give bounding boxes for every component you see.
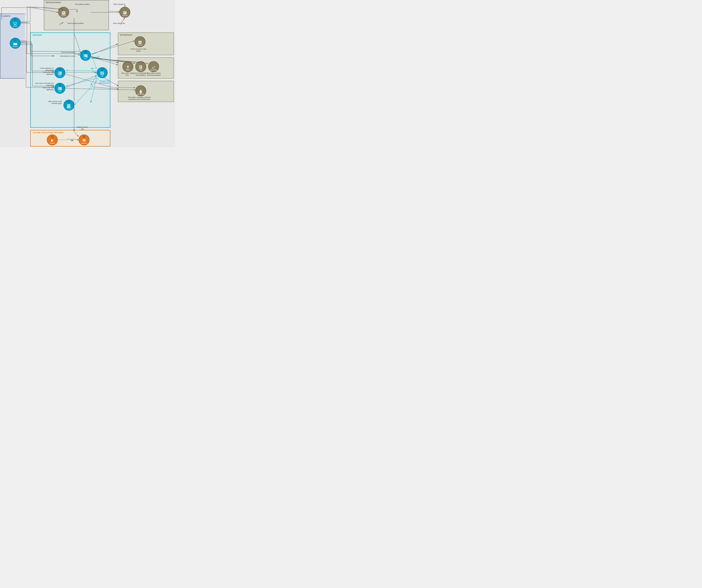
annotation-access-web-tdp: Access the Web application — [37, 71, 54, 75]
audit-node[interactable]: Audit — [135, 61, 146, 72]
svg-rect-34 — [58, 89, 61, 90]
svg-rect-43 — [68, 106, 69, 106]
runtime-t-icon: t — [51, 136, 53, 138]
annotation-manages-sso: Manages SSO authentication — [96, 80, 113, 84]
svg-rect-61 — [83, 141, 85, 141]
svg-rect-52 — [139, 66, 141, 67]
browser-icon: www. — [13, 41, 18, 46]
artifact-repo-label: ArtifactRepository — [58, 14, 69, 16]
svg-rect-26 — [87, 57, 88, 58]
diagram-container: CLIENTS REPOSITORIES SERVERS DATABASES T… — [0, 0, 176, 147]
annotation-store-metadata: Store metadata — [113, 3, 125, 5]
annotation-or-label: OR — [70, 140, 74, 142]
svg-rect-9 — [14, 25, 16, 25]
svg-rect-25 — [84, 56, 86, 57]
dict-service-label: DictionaryService — [64, 107, 74, 109]
repositories-label: REPOSITORIES — [46, 2, 62, 4]
iam-label: IAM — [97, 75, 107, 77]
tds-label: TDS — [55, 91, 65, 92]
svg-rect-41 — [68, 105, 70, 105]
audit-icon — [138, 65, 143, 69]
svg-rect-35 — [58, 90, 60, 90]
svg-rect-7 — [14, 22, 16, 24]
iam-t-icon: t — [101, 68, 103, 70]
browser-node[interactable]: t www. Browser — [10, 38, 21, 49]
svg-rect-53 — [139, 67, 141, 67]
jobserver-t-icon: t — [83, 136, 85, 138]
iam-node[interactable]: t ≡ IAM — [97, 67, 108, 78]
tdp-label: TDP — [55, 75, 65, 77]
monitoring-label: Monitoring — [149, 69, 158, 71]
tds-node[interactable]: t TDS — [54, 83, 65, 94]
studio-label: Studio — [10, 25, 20, 27]
svg-text:≡: ≡ — [101, 72, 102, 74]
svg-rect-29 — [60, 73, 61, 74]
studio-icon — [13, 21, 18, 26]
artifact-repo-node[interactable]: 📦 ArtifactRepository — [58, 7, 69, 18]
runtime-icon — [50, 138, 55, 143]
admin-label: Admin — [123, 69, 133, 71]
mongodb-node[interactable]: MongoDB — [135, 85, 146, 96]
tac-icon — [83, 53, 88, 58]
mongodb-label: MongoDB — [136, 93, 146, 95]
tdp-icon — [57, 71, 62, 76]
admin-icon — [125, 65, 130, 69]
svg-point-47 — [138, 43, 142, 44]
studio-node[interactable]: t Studio — [10, 17, 21, 28]
studio-t-icon: t — [14, 18, 16, 21]
annotation-admin-monitor: Administrate & monitor — [56, 55, 76, 57]
runtime-node[interactable]: t Runtime — [47, 134, 58, 145]
monitoring-node[interactable]: Monitoring — [148, 61, 159, 72]
jobserver-node[interactable]: t JobServer — [79, 134, 90, 145]
tds-icon — [57, 87, 62, 91]
svg-rect-28 — [58, 72, 59, 74]
annotation-access-web-tds: Access the Web application — [37, 87, 54, 91]
tac-label: TAC — [81, 58, 91, 59]
svg-rect-24 — [84, 56, 85, 56]
iam-icon: ≡ — [100, 71, 105, 76]
admin-node[interactable]: Admin — [122, 61, 133, 72]
svg-rect-8 — [14, 24, 16, 25]
git-svn-node[interactable]: 🗄 Git/SVN — [119, 7, 130, 18]
annotation-load-read-edit: Load, read or edit tasks into campaigns — [35, 82, 54, 86]
svg-marker-57 — [51, 139, 54, 142]
tes-panel: TALEND EXECUTION SERVERS — [30, 130, 110, 147]
git-svn-label: Git/SVN — [120, 15, 130, 16]
annotation-get-software: Get software updates — [73, 3, 92, 5]
tes-label: TALEND EXECUTION SERVERS — [32, 132, 64, 134]
svg-text:🗄: 🗄 — [124, 12, 125, 13]
svg-rect-44 — [70, 104, 71, 108]
svg-rect-50 — [139, 65, 142, 69]
svg-rect-42 — [68, 105, 69, 106]
clients-label: CLIENTS — [2, 15, 10, 17]
svg-rect-30 — [61, 72, 62, 74]
tdp-t-icon: t — [59, 68, 61, 70]
runtime-label: Runtime — [47, 142, 57, 144]
svg-rect-51 — [139, 66, 141, 66]
annotation-monitoring-desc: Send data to Activity Monitoring databas… — [145, 72, 162, 76]
tdp-node[interactable]: t TDP — [54, 67, 65, 78]
annotation-add-remove-edit: Add, remove or edit semantic types — [42, 101, 62, 104]
dq-mart-node[interactable]: 💠 DQ Mart — [134, 36, 145, 47]
dict-service-node[interactable]: t DictionaryService — [64, 100, 74, 111]
annotation-check-auth: Check authorizations — [57, 51, 75, 53]
dq-mart-icon: 💠 — [137, 40, 142, 45]
dict-t-icon: t — [68, 101, 70, 103]
tac-node[interactable]: t TAC — [80, 50, 91, 61]
svg-rect-40 — [67, 104, 70, 108]
browser-t-icon: t — [14, 39, 16, 41]
git-svn-icon: 🗄 — [122, 10, 127, 15]
annotation-dq-mart-desc: Collect and govern data quality — [129, 48, 147, 52]
audit-label: Audit — [136, 69, 146, 71]
jobserver-label: JobServer — [79, 142, 89, 144]
svg-rect-55 — [152, 68, 155, 69]
svg-rect-33 — [58, 89, 60, 89]
annotation-share-jobs: Share Jobs & doc — [113, 22, 127, 24]
svg-point-20 — [123, 13, 127, 14]
svg-text:www.: www. — [14, 43, 15, 43]
jobserver-icon — [82, 138, 87, 143]
svg-text:💠: 💠 — [139, 41, 141, 43]
databases-label: DATABASES — [120, 34, 132, 36]
tds-t-icon: t — [59, 84, 61, 86]
svg-rect-39 — [101, 74, 102, 75]
